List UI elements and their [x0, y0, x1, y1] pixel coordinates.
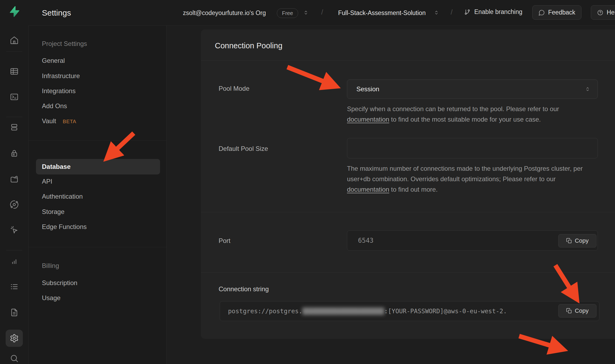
- rail-sql-editor-button[interactable]: [10, 92, 19, 101]
- nav-item-storage[interactable]: Storage: [42, 209, 64, 215]
- copy-label: Copy: [575, 307, 588, 314]
- pool-size-desc-text: to find out more.: [389, 186, 437, 193]
- supabase-bolt-icon: [8, 5, 20, 18]
- copy-icon: [566, 308, 572, 314]
- nav-item-database-label: Database: [42, 163, 71, 170]
- org-switcher[interactable]: [303, 10, 309, 17]
- nav-divider: [28, 247, 166, 247]
- nav-divider: [28, 140, 166, 141]
- rail-home-button[interactable]: [10, 36, 19, 45]
- main-content: Connection Pooling Pool Mode Session Spe…: [167, 26, 615, 364]
- rail-logs-button[interactable]: [10, 282, 19, 291]
- api-docs-file-icon: [10, 308, 19, 317]
- logs-list-icon: [10, 282, 19, 291]
- default-pool-size-input[interactable]: [347, 138, 598, 158]
- pool-mode-description: Specify when a connection can be returne…: [347, 104, 602, 125]
- help-label: Help: [607, 9, 615, 16]
- plan-badge: Free: [277, 8, 298, 18]
- nav-item-vault[interactable]: Vault BETA: [42, 118, 76, 125]
- icon-rail: [0, 0, 29, 364]
- advisors-cursor-icon: [10, 225, 19, 235]
- feedback-label: Feedback: [548, 9, 575, 16]
- card-divider: [201, 60, 615, 61]
- copy-label: Copy: [575, 237, 588, 244]
- rail-reports-button[interactable]: [10, 257, 19, 266]
- nav-item-authentication[interactable]: Authentication: [42, 193, 83, 200]
- table-editor-icon: [10, 67, 19, 76]
- vault-beta-badge: BETA: [63, 119, 76, 124]
- org-breadcrumb[interactable]: zsolt@codeyourfuture.io's Org: [183, 9, 266, 17]
- rail-table-editor-button[interactable]: [10, 67, 19, 76]
- card-divider: [201, 212, 615, 212]
- nav-item-add-ons[interactable]: Add Ons: [42, 103, 67, 109]
- connection-string-field[interactable]: postgres://postgres.████████████████████…: [220, 301, 599, 321]
- rail-divider: [6, 250, 22, 250]
- help-button[interactable]: Help: [591, 5, 615, 20]
- nav-item-infrastructure[interactable]: Infrastructure: [42, 73, 80, 79]
- pool-mode-select[interactable]: Session: [347, 79, 598, 99]
- database-icon: [10, 123, 19, 132]
- help-circle-icon: [597, 9, 603, 16]
- card-divider: [201, 272, 615, 273]
- documentation-link[interactable]: documentation: [347, 186, 389, 193]
- realtime-orbit-icon: [10, 200, 19, 209]
- rail-storage-button[interactable]: [10, 174, 19, 184]
- storage-folder-icon: [10, 174, 19, 184]
- project-breadcrumb[interactable]: Full-Stack-Assessment-Solution: [338, 9, 426, 17]
- pool-size-desc-text: The maximum number of connections made t…: [347, 165, 583, 183]
- connection-string-label: Connection string: [219, 285, 269, 293]
- nav-item-api[interactable]: API: [42, 178, 52, 185]
- copy-icon: [566, 238, 572, 244]
- project-switcher[interactable]: [433, 10, 439, 17]
- enable-branching-button[interactable]: Enable branching: [464, 8, 522, 16]
- enable-branching-label: Enable branching: [474, 8, 522, 16]
- rail-divider: [6, 117, 22, 117]
- rail-auth-button[interactable]: [10, 149, 19, 158]
- feedback-button[interactable]: Feedback: [532, 5, 581, 20]
- nav-item-integrations[interactable]: Integrations: [42, 88, 75, 94]
- connection-string-suffix: :[YOUR-PASSWORD]@aws-0-eu-west-2.: [384, 308, 507, 315]
- reports-chart-icon: [10, 257, 19, 266]
- pool-mode-desc-text: to find out the most suitable mode for y…: [389, 116, 541, 123]
- breadcrumb-separator: /: [321, 8, 323, 16]
- nav-item-vault-label: Vault: [42, 117, 56, 125]
- card-title: Connection Pooling: [215, 41, 283, 50]
- settings-nav-panel: Project Settings General Infrastructure …: [28, 26, 167, 364]
- plan-badge-label: Free: [282, 10, 293, 16]
- home-icon: [10, 36, 19, 45]
- auth-lock-icon: [10, 149, 19, 158]
- chevrons-up-down-icon: [303, 10, 309, 16]
- git-branch-icon: [464, 9, 471, 15]
- breadcrumb-separator: /: [451, 8, 453, 16]
- port-value: 6543: [347, 237, 374, 244]
- nav-item-general[interactable]: General: [42, 57, 65, 64]
- rail-settings-button-active[interactable]: [6, 330, 23, 347]
- rail-advisors-button[interactable]: [10, 225, 19, 235]
- connection-string-redacted: ██████████████████████: [302, 308, 384, 315]
- chevrons-up-down-icon: [585, 86, 591, 92]
- port-copy-button[interactable]: Copy: [558, 234, 596, 247]
- pool-mode-desc-text: Specify when a connection can be returne…: [347, 105, 559, 112]
- documentation-link[interactable]: documentation: [347, 116, 389, 123]
- page-title: Settings: [42, 8, 71, 17]
- connection-string-copy-button[interactable]: Copy: [558, 304, 596, 318]
- connection-string-prefix: postgres://postgres.: [228, 308, 302, 315]
- rail-search-button[interactable]: [10, 354, 19, 363]
- settings-gear-wrap: [10, 334, 19, 343]
- supabase-logo[interactable]: [8, 5, 20, 18]
- nav-item-subscription[interactable]: Subscription: [42, 280, 77, 286]
- default-pool-size-label: Default Pool Size: [219, 145, 268, 152]
- chevrons-up-down-icon: [433, 10, 439, 16]
- rail-realtime-button[interactable]: [10, 200, 19, 209]
- rail-api-docs-button[interactable]: [10, 308, 19, 317]
- settings-gear-icon: [10, 334, 19, 343]
- pool-mode-value: Session: [356, 85, 585, 93]
- rail-database-button[interactable]: [10, 123, 19, 132]
- nav-item-usage[interactable]: Usage: [42, 295, 60, 301]
- rail-divider: [6, 51, 22, 52]
- nav-group-title: Billing: [42, 263, 59, 269]
- topbar: Settings zsolt@codeyourfuture.io's Org F…: [28, 0, 615, 26]
- nav-item-edge-functions[interactable]: Edge Functions: [42, 224, 87, 230]
- feedback-bubble-icon: [538, 9, 545, 16]
- sql-editor-icon: [10, 92, 19, 101]
